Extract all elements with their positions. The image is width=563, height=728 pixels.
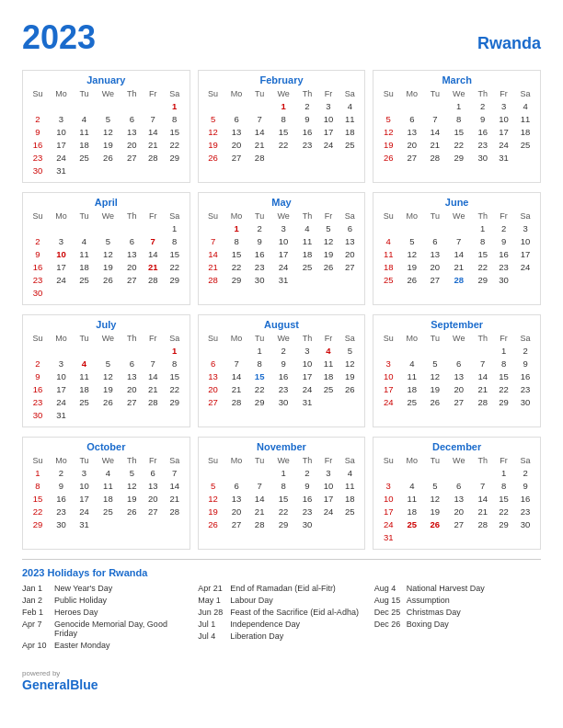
day-cell: 21 — [164, 492, 186, 505]
day-cell: 22 — [472, 260, 493, 273]
day-cell: 2 — [297, 466, 318, 479]
day-cell: 5 — [424, 357, 445, 370]
holiday-name: Independence Day — [230, 620, 300, 629]
day-cell: 21 — [472, 505, 493, 518]
day-cell — [514, 273, 536, 286]
day-cell: 22 — [164, 138, 186, 151]
day-cell: 6 — [339, 222, 361, 234]
day-cell: 24 — [74, 505, 95, 518]
day-cell: 4 — [95, 466, 121, 479]
day-cell: 4 — [399, 357, 424, 370]
holiday-date: Jan 2 — [22, 596, 50, 605]
day-cell: 11 — [297, 234, 318, 247]
day-cell: 7 — [445, 234, 472, 247]
day-cell: 11 — [317, 357, 339, 370]
day-cell: 10 — [49, 125, 74, 138]
day-header-sa: Sa — [339, 88, 361, 99]
day-cell: 25 — [95, 505, 121, 518]
day-cell: 10 — [493, 112, 514, 125]
day-cell — [317, 395, 339, 408]
day-cell: 8 — [27, 479, 49, 492]
day-cell: 17 — [317, 492, 339, 505]
day-cell: 23 — [27, 151, 49, 164]
day-cell — [74, 344, 95, 357]
day-cell — [143, 518, 164, 530]
day-cell: 8 — [270, 479, 297, 492]
day-cell: 18 — [339, 125, 361, 138]
day-cell: 9 — [514, 479, 536, 492]
day-cell: 17 — [493, 125, 514, 138]
day-cell: 30 — [27, 286, 49, 299]
day-cell: 1 — [249, 344, 270, 357]
month-table-february: SuMoTuWeThFrSa12345678910111213141516171… — [202, 88, 362, 164]
day-cell: 17 — [270, 247, 297, 260]
day-cell: 11 — [95, 479, 121, 492]
holidays-col3: Aug 4National Harvest DayAug 15Assumptio… — [374, 584, 541, 653]
day-cell: 5 — [377, 112, 399, 125]
day-cell: 4 — [317, 344, 339, 357]
day-cell: 8 — [249, 357, 270, 370]
day-header-fr: Fr — [143, 210, 164, 222]
day-cell: 10 — [317, 479, 339, 492]
day-cell: 25 — [74, 151, 95, 164]
day-cell — [143, 408, 164, 421]
day-cell: 30 — [270, 395, 297, 408]
day-cell: 7 — [143, 357, 164, 370]
day-cell: 24 — [514, 260, 536, 273]
day-cell: 31 — [74, 518, 95, 530]
day-cell: 31 — [297, 395, 318, 408]
day-cell: 22 — [27, 505, 49, 518]
day-cell: 23 — [514, 505, 536, 518]
day-cell: 8 — [493, 479, 514, 492]
day-cell: 19 — [339, 370, 361, 382]
day-cell — [224, 466, 249, 479]
day-cell: 7 — [164, 466, 186, 479]
day-header-mo: Mo — [49, 88, 74, 99]
brand-label: GeneralBlue — [22, 677, 98, 692]
day-cell: 29 — [472, 273, 493, 286]
month-title-july: July — [27, 319, 186, 330]
month-table-august: SuMoTuWeThFrSa12345678910111213141516171… — [202, 333, 362, 408]
day-cell: 23 — [27, 273, 49, 286]
footer: powered by GeneralBlue — [22, 669, 541, 692]
day-cell: 31 — [49, 408, 74, 421]
day-cell: 1 — [270, 466, 297, 479]
day-cell: 14 — [472, 370, 493, 382]
holiday-entry: Jun 28Feast of the Sacrifice (Eid al-Adh… — [198, 608, 364, 617]
day-cell: 2 — [27, 112, 49, 125]
day-header-mo: Mo — [49, 333, 74, 344]
day-cell — [74, 164, 95, 176]
day-cell — [445, 344, 472, 357]
day-cell: 23 — [297, 505, 318, 518]
day-cell: 18 — [377, 260, 399, 273]
day-cell: 7 — [143, 112, 164, 125]
day-cell: 22 — [164, 260, 186, 273]
month-table-april: SuMoTuWeThFrSa12345678910111213141516171… — [27, 210, 186, 299]
day-cell: 10 — [49, 247, 74, 260]
day-cell: 18 — [514, 125, 536, 138]
day-cell: 13 — [339, 234, 361, 247]
day-cell: 24 — [317, 505, 339, 518]
day-cell: 11 — [339, 479, 361, 492]
day-header-we: We — [95, 210, 121, 222]
day-cell: 30 — [514, 395, 536, 408]
day-cell: 16 — [27, 382, 49, 395]
day-cell: 21 — [249, 138, 270, 151]
day-header-mo: Mo — [399, 333, 424, 344]
day-cell: 8 — [164, 234, 186, 247]
day-header-su: Su — [202, 333, 224, 344]
holiday-date: Jul 4 — [198, 631, 225, 641]
day-header-su: Su — [202, 88, 224, 99]
day-cell — [27, 344, 49, 357]
day-cell — [472, 530, 493, 543]
day-cell: 12 — [121, 479, 143, 492]
day-header-su: Su — [202, 210, 224, 222]
day-header-fr: Fr — [317, 455, 339, 466]
day-cell: 8 — [270, 112, 297, 125]
holiday-date: Dec 25 — [374, 608, 402, 617]
holiday-entry: Apr 21End of Ramadan (Eid al-Fitr) — [198, 584, 364, 593]
day-cell: 3 — [377, 357, 399, 370]
day-cell — [121, 286, 143, 299]
day-cell: 12 — [95, 247, 121, 260]
day-cell: 4 — [514, 99, 536, 112]
